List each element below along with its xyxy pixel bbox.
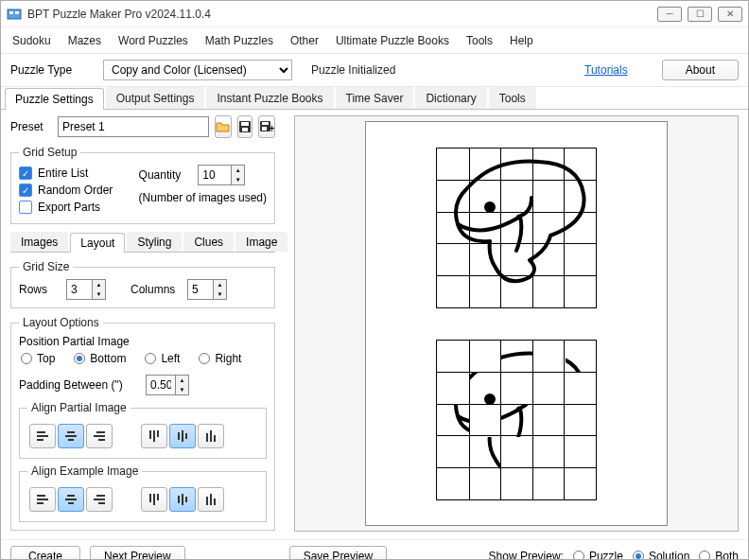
align-left-icon bbox=[36, 494, 49, 505]
folder-open-icon bbox=[216, 120, 231, 133]
tab-time-saver[interactable]: Time Saver bbox=[336, 87, 414, 109]
menu-math-puzzles[interactable]: Math Puzzles bbox=[205, 34, 273, 47]
align-partial-legend: Align Partial Image bbox=[27, 401, 131, 414]
tab-dictionary[interactable]: Dictionary bbox=[415, 87, 486, 109]
position-bottom-radio[interactable]: Bottom bbox=[74, 352, 126, 365]
menu-help[interactable]: Help bbox=[510, 34, 533, 47]
menubar: Sudoku Mazes Word Puzzles Math Puzzles O… bbox=[1, 27, 748, 54]
close-button[interactable]: ✕ bbox=[718, 7, 742, 22]
quantity-stepper[interactable]: ▲▼ bbox=[198, 165, 245, 185]
preset-input[interactable] bbox=[58, 116, 209, 137]
align-middle-icon bbox=[177, 429, 188, 443]
left-pane: Preset + Grid Setup ✓Entire List ✓Random… bbox=[1, 110, 285, 539]
preview-puzzle-radio[interactable]: Puzzle bbox=[573, 550, 623, 560]
save-preset-button[interactable] bbox=[237, 115, 253, 138]
menu-sudoku[interactable]: Sudoku bbox=[12, 34, 51, 47]
align-left-button[interactable] bbox=[29, 424, 56, 448]
tab-tools[interactable]: Tools bbox=[489, 87, 536, 109]
menu-ultimate-books[interactable]: Ultimate Puzzle Books bbox=[336, 34, 449, 47]
caret-down-icon[interactable]: ▼ bbox=[93, 289, 105, 299]
status-text: Puzzle Initialized bbox=[311, 63, 395, 77]
position-top-radio[interactable]: Top bbox=[21, 352, 55, 365]
main-tabs: Puzzle Settings Output Settings Instant … bbox=[1, 87, 748, 110]
ex-align-left-button[interactable] bbox=[29, 487, 56, 512]
ex-align-bottom-button[interactable] bbox=[198, 487, 224, 512]
subtab-image[interactable]: Image bbox=[235, 232, 287, 252]
align-partial-fieldset: Align Partial Image bbox=[19, 401, 267, 459]
grid-setup-fieldset: Grid Setup ✓Entire List ✓Random Order Ex… bbox=[10, 146, 275, 224]
align-right-icon bbox=[93, 430, 106, 442]
align-hcenter-button[interactable] bbox=[58, 424, 84, 448]
tab-output-settings[interactable]: Output Settings bbox=[106, 87, 205, 109]
open-preset-button[interactable] bbox=[215, 115, 232, 138]
caret-down-icon[interactable]: ▼ bbox=[214, 289, 226, 299]
caret-up-icon[interactable]: ▲ bbox=[214, 280, 226, 289]
caret-up-icon[interactable]: ▲ bbox=[176, 376, 188, 385]
align-top-button[interactable] bbox=[141, 424, 167, 448]
align-top-icon bbox=[148, 493, 160, 506]
position-left-radio[interactable]: Left bbox=[145, 352, 180, 365]
right-pane bbox=[285, 110, 748, 539]
save-as-icon: + bbox=[259, 120, 274, 133]
align-right-button[interactable] bbox=[86, 424, 113, 448]
align-bottom-button[interactable] bbox=[198, 424, 224, 448]
rows-stepper[interactable]: ▲▼ bbox=[66, 279, 106, 300]
position-right-radio[interactable]: Right bbox=[199, 352, 241, 365]
subtab-images[interactable]: Images bbox=[10, 232, 68, 252]
preview-area bbox=[294, 115, 739, 532]
dolphin-partial-icon bbox=[437, 341, 598, 501]
entire-list-checkbox[interactable]: ✓Entire List bbox=[19, 165, 120, 182]
caret-up-icon[interactable]: ▲ bbox=[232, 166, 244, 175]
svg-text:+: + bbox=[269, 122, 274, 133]
menu-mazes[interactable]: Mazes bbox=[68, 34, 101, 47]
rows-label: Rows bbox=[19, 283, 61, 296]
bottom-bar: Create Next Preview Save Preview Show Pr… bbox=[1, 539, 748, 560]
svg-rect-7 bbox=[262, 122, 269, 125]
menu-word-puzzles[interactable]: Word Puzzles bbox=[118, 34, 188, 47]
menu-tools[interactable]: Tools bbox=[466, 34, 493, 47]
ex-align-hcenter-button[interactable] bbox=[58, 487, 84, 512]
tab-puzzle-settings[interactable]: Puzzle Settings bbox=[5, 88, 104, 110]
padding-stepper[interactable]: ▲▼ bbox=[146, 375, 189, 395]
caret-down-icon[interactable]: ▼ bbox=[232, 175, 244, 184]
svg-point-55 bbox=[486, 395, 494, 403]
preview-solution-radio[interactable]: Solution bbox=[633, 550, 689, 560]
create-button[interactable]: Create bbox=[10, 546, 80, 560]
align-center-icon bbox=[64, 494, 78, 505]
align-vcenter-button[interactable] bbox=[169, 424, 196, 448]
subtab-styling[interactable]: Styling bbox=[127, 232, 182, 252]
menu-other[interactable]: Other bbox=[290, 34, 319, 47]
ex-align-top-button[interactable] bbox=[141, 487, 167, 512]
ex-align-right-button[interactable] bbox=[86, 487, 113, 512]
preview-both-radio[interactable]: Both bbox=[699, 550, 739, 560]
tutorials-link[interactable]: Tutorials bbox=[584, 63, 628, 77]
subtab-layout[interactable]: Layout bbox=[70, 233, 125, 253]
align-bottom-icon bbox=[205, 429, 217, 443]
export-parts-checkbox[interactable]: Export Parts bbox=[19, 199, 120, 216]
grid-size-legend: Grid Size bbox=[19, 260, 73, 273]
quantity-label: Quantity bbox=[139, 168, 182, 182]
app-icon bbox=[7, 7, 22, 22]
caret-down-icon[interactable]: ▼ bbox=[176, 385, 188, 394]
align-top-icon bbox=[148, 429, 160, 443]
top-row: Puzzle Type Copy and Color (Licensed) Pu… bbox=[1, 54, 748, 87]
maximize-button[interactable]: ☐ bbox=[688, 7, 712, 22]
caret-up-icon[interactable]: ▲ bbox=[93, 280, 105, 289]
tab-instant-books[interactable]: Instant Puzzle Books bbox=[206, 87, 333, 109]
random-order-checkbox[interactable]: ✓Random Order bbox=[19, 182, 120, 199]
minimize-button[interactable]: ─ bbox=[657, 7, 682, 22]
position-label: Position Partial Image bbox=[19, 335, 267, 348]
about-button[interactable]: About bbox=[662, 60, 739, 80]
save-as-preset-button[interactable]: + bbox=[258, 115, 275, 138]
puzzle-type-select[interactable]: Copy and Color (Licensed) bbox=[103, 60, 292, 80]
entire-list-label: Entire List bbox=[38, 166, 88, 180]
align-example-fieldset: Align Example Image bbox=[19, 464, 267, 522]
columns-stepper[interactable]: ▲▼ bbox=[187, 279, 227, 300]
show-preview-label: Show Preview: bbox=[489, 550, 564, 560]
align-right-icon bbox=[93, 494, 106, 505]
next-preview-button[interactable]: Next Preview bbox=[90, 546, 185, 560]
ex-align-vcenter-button[interactable] bbox=[169, 487, 196, 512]
save-preview-button[interactable]: Save Preview bbox=[289, 546, 387, 560]
example-grid bbox=[436, 148, 597, 308]
subtab-clues[interactable]: Clues bbox=[183, 232, 234, 252]
